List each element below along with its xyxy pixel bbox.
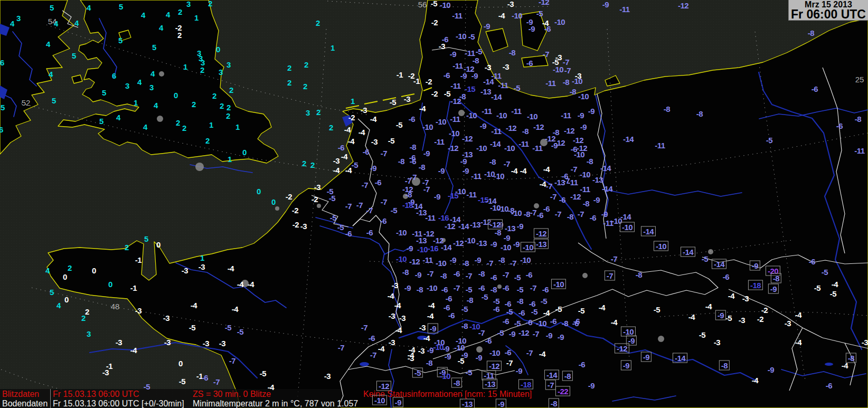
station-value: -4 xyxy=(395,326,402,334)
station-value: -8 xyxy=(398,157,404,165)
station-value: -12 xyxy=(534,229,549,239)
station-value: -14 xyxy=(600,164,611,172)
station-value: -6 xyxy=(543,205,550,213)
station-value: -9 xyxy=(593,196,600,204)
station-value: 1 xyxy=(235,123,240,131)
station-value: -9 xyxy=(415,271,421,279)
station-value: -4 xyxy=(520,167,526,175)
station-value: -11 xyxy=(450,82,460,90)
station-value: -4 xyxy=(358,128,365,136)
station-value: -3 xyxy=(102,368,109,376)
station-value: -6 xyxy=(526,318,532,326)
station-value: -5 xyxy=(506,308,513,316)
station-value: -4 xyxy=(728,292,734,300)
station-value: 1 xyxy=(194,14,199,22)
station-value: -1 xyxy=(397,71,403,79)
station-value: -5 xyxy=(702,255,708,263)
station-value: -3 xyxy=(163,314,169,322)
station-value: -2 xyxy=(761,306,768,314)
station-value: -10 xyxy=(536,319,546,327)
station-value: -7 xyxy=(563,58,569,66)
station-value: 5 xyxy=(119,3,123,11)
station-value: 2 xyxy=(220,102,224,110)
station-value: 6 xyxy=(0,126,3,134)
station-value: -9 xyxy=(443,345,449,353)
station-value: -8 xyxy=(517,297,523,305)
station-value: -11 xyxy=(532,144,542,152)
station-value: -8 xyxy=(808,29,814,37)
station-value: 4 xyxy=(154,101,158,109)
station-value: -5 xyxy=(654,306,660,314)
station-value: 4 xyxy=(137,78,141,86)
station-value: -9 xyxy=(434,193,440,201)
station-value: -3 xyxy=(361,106,367,114)
station-value: 2 xyxy=(310,161,315,169)
station-value: -3 xyxy=(199,263,205,271)
station-value: -10 xyxy=(654,241,668,251)
station-value: -7 xyxy=(533,330,539,338)
station-value: -6 xyxy=(441,286,448,293)
station-value: -11 xyxy=(452,62,463,70)
station-value: -9 xyxy=(450,256,456,264)
station-value: -7 xyxy=(370,351,376,359)
station-value: -13 xyxy=(460,399,475,408)
station-value: -8 xyxy=(562,319,568,327)
station-value: -4 xyxy=(345,166,352,174)
station-value: -11 xyxy=(568,178,578,186)
station-value: -14 xyxy=(712,259,727,269)
station-value: -8 xyxy=(522,127,529,135)
station-value: 5 xyxy=(1,103,5,111)
station-value: -6 xyxy=(579,360,585,368)
station-value: -7 xyxy=(611,255,617,263)
station-value: -6 xyxy=(380,217,386,225)
station-value: -9 xyxy=(588,382,595,390)
station-value: -2 xyxy=(431,18,438,26)
station-value: -10 xyxy=(433,343,444,351)
station-value: 2 xyxy=(316,108,320,116)
station-value: -8 xyxy=(855,115,861,123)
station-value: 5 xyxy=(118,36,122,44)
station-value: -1 xyxy=(135,256,141,264)
station-value: -9 xyxy=(509,330,515,338)
station-value: -6 xyxy=(375,178,381,186)
station-value: 4 xyxy=(46,40,50,48)
station-value: 2 xyxy=(287,64,291,72)
station-value: -9 xyxy=(480,122,486,130)
station-value: -8 xyxy=(489,158,496,166)
station-value: -3 xyxy=(418,347,424,355)
station-value: -8 xyxy=(583,200,589,207)
station-value: -8 xyxy=(459,92,466,100)
weather-map-app[interactable]: 5452485625 BlitzdatenFr 15.03.13 06:00 U… xyxy=(0,0,868,408)
station-value: -6 xyxy=(550,317,556,325)
station-value: -13 xyxy=(470,221,480,229)
station-value: -9 xyxy=(580,123,587,131)
station-value: -10 xyxy=(422,123,433,131)
station-value: 4 xyxy=(143,123,147,131)
station-value: -5 xyxy=(391,206,397,214)
station-value: -7 xyxy=(546,182,552,190)
station-value: 2 xyxy=(316,19,320,27)
station-value: -18 xyxy=(748,280,763,290)
station-value: 5 xyxy=(152,43,156,51)
station-value: -5 xyxy=(493,297,499,305)
station-value: -5 xyxy=(514,273,521,281)
station-value: 4 xyxy=(150,70,155,78)
station-value: -10 xyxy=(554,18,565,26)
station-value: -10 xyxy=(476,144,487,152)
station-value: -6 xyxy=(590,214,596,222)
station-value: -5 xyxy=(514,319,521,327)
station-value: -11 xyxy=(498,81,508,89)
station-value: -4 xyxy=(543,309,550,317)
station-value: -12 xyxy=(678,2,688,10)
station-value: -9 xyxy=(516,367,522,375)
station-value: -5 xyxy=(814,284,820,292)
station-value: -13 xyxy=(476,239,487,247)
station-value: 0 xyxy=(92,267,96,274)
station-value: -10 xyxy=(440,372,450,380)
station-value: -6 xyxy=(454,270,460,278)
station-value: 3 xyxy=(227,61,231,69)
station-value: -5 xyxy=(476,48,482,55)
station-value: -4 xyxy=(268,383,274,391)
station-value: -3 xyxy=(419,324,426,331)
station-value: -5 xyxy=(536,10,543,17)
